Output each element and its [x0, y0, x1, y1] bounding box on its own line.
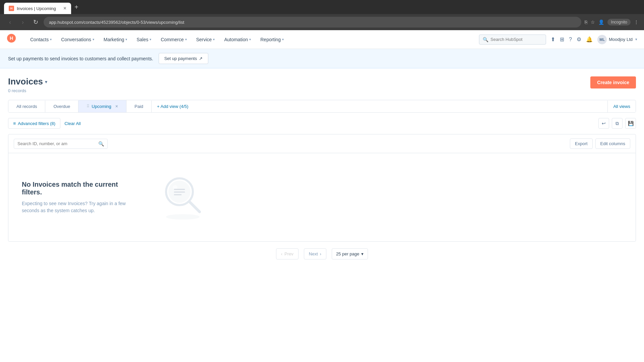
contacts-chevron: ▾ — [50, 38, 52, 41]
sales-chevron: ▾ — [150, 38, 151, 41]
next-chevron-icon: › — [320, 251, 321, 256]
refresh-btn[interactable]: ↻ — [31, 17, 40, 27]
export-btn[interactable]: Export — [570, 138, 593, 149]
empty-state-heading: No Invoices match the current filters. — [22, 181, 129, 196]
pagination: ‹ Prev Next › 25 per page ▾ — [8, 242, 636, 266]
profile-icon[interactable]: 👤 — [598, 19, 604, 25]
banner-text: Set up payments to send invoices to cust… — [8, 56, 153, 61]
per-page-selector[interactable]: 25 per page ▾ — [332, 248, 368, 259]
hs-logo: H — [7, 34, 16, 45]
empty-state-text: No Invoices match the current filters. E… — [22, 181, 136, 214]
nav-conversations[interactable]: Conversations ▾ — [57, 34, 98, 45]
advanced-filters-btn[interactable]: ≡ Advanced filters (8) — [8, 118, 60, 129]
payments-banner: Set up payments to send invoices to cust… — [0, 49, 644, 68]
empty-state-subtext: Expecting to see new Invoices? Try again… — [22, 200, 136, 214]
nav-automation[interactable]: Automation ▾ — [220, 34, 255, 45]
prev-chevron-icon: ‹ — [281, 251, 282, 256]
filter-actions-right: ↩ ⧉ 💾 — [598, 118, 636, 129]
tab-close-btn[interactable]: × — [63, 6, 66, 11]
title-chevron[interactable]: ▾ — [45, 79, 47, 84]
setup-payments-btn[interactable]: Set up payments ↗ — [159, 53, 209, 64]
browser-chrome: H Invoices | Upcoming × + — [0, 0, 644, 14]
create-invoice-btn[interactable]: Create invoice — [590, 76, 636, 88]
browser-tabs: H Invoices | Upcoming × + — [4, 0, 81, 14]
conversations-chevron: ▾ — [93, 38, 94, 41]
tab-overdue[interactable]: Overdue — [45, 101, 78, 112]
per-page-chevron: ▾ — [361, 251, 364, 256]
empty-state: No Invoices match the current filters. E… — [8, 153, 636, 241]
service-chevron: ▾ — [213, 38, 215, 41]
settings-icon[interactable]: ⚙ — [577, 36, 581, 43]
empty-state-illustration — [156, 173, 210, 221]
active-tab: H Invoices | Upcoming × — [4, 3, 71, 14]
save-btn[interactable]: 💾 — [625, 118, 636, 129]
address-bar[interactable] — [44, 17, 581, 27]
edit-columns-btn[interactable]: Edit columns — [595, 138, 630, 149]
search-icon: 🔍 — [483, 37, 488, 42]
browser-nav: ‹ › ↻ ⎘ ☆ 👤 Incognito ⋮ — [0, 14, 644, 30]
tab-title: Invoices | Upcoming — [17, 6, 56, 11]
avatar-chevron: ▾ — [635, 37, 637, 42]
forward-btn[interactable]: › — [18, 17, 28, 27]
global-search[interactable]: 🔍 — [479, 35, 546, 45]
undo-btn[interactable]: ↩ — [598, 118, 609, 129]
browser-nav-right: ⎘ ☆ 👤 Incognito ⋮ — [585, 19, 639, 25]
marketing-chevron: ▾ — [125, 38, 127, 41]
hs-nav: Contacts ▾ Conversations ▾ Marketing ▾ S… — [26, 34, 472, 45]
table-search[interactable]: 🔍 — [14, 139, 108, 149]
table-search-input[interactable] — [17, 141, 96, 146]
tab-upcoming[interactable]: ⠿ Upcoming × — [78, 100, 126, 112]
main-content: Invoices ▾ 0 records Create invoice All … — [0, 68, 644, 274]
back-btn[interactable]: ‹ — [5, 17, 15, 27]
table-search-icon: 🔍 — [98, 141, 104, 146]
nav-commerce[interactable]: Commerce ▾ — [157, 34, 191, 45]
commerce-chevron: ▾ — [185, 38, 187, 41]
svg-text:H: H — [10, 36, 13, 41]
hs-header: H Contacts ▾ Conversations ▾ Marketing ▾… — [0, 30, 644, 49]
add-view-btn[interactable]: + Add view (4/5) — [152, 101, 194, 112]
all-views-btn[interactable]: All views — [607, 101, 636, 112]
view-tabs: All records Overdue ⠿ Upcoming × Paid + … — [8, 100, 636, 113]
table-actions: Export Edit columns — [570, 138, 630, 149]
svg-point-6 — [166, 214, 200, 220]
bookmark-icon[interactable]: ☆ — [591, 19, 595, 25]
clear-all-btn[interactable]: Clear All — [64, 121, 80, 126]
nav-marketing[interactable]: Marketing ▾ — [100, 34, 131, 45]
svg-line-4 — [190, 202, 200, 212]
tab-upcoming-close[interactable]: × — [115, 104, 118, 109]
nav-contacts[interactable]: Contacts ▾ — [26, 34, 56, 45]
user-avatar[interactable]: ML Moodjoy Ltd ▾ — [597, 35, 637, 44]
avatar-circle: ML — [597, 35, 607, 44]
help-icon[interactable]: ? — [569, 37, 572, 43]
search-input[interactable] — [490, 37, 542, 42]
records-count: 0 records — [8, 88, 47, 93]
nav-reporting[interactable]: Reporting ▾ — [256, 34, 288, 45]
automation-chevron: ▾ — [249, 38, 251, 41]
tab-paid[interactable]: Paid — [126, 101, 152, 112]
drag-handle-icon: ⠿ — [87, 104, 90, 109]
menu-icon[interactable]: ⋮ — [634, 19, 639, 25]
filter-bar: ≡ Advanced filters (8) Clear All ↩ ⧉ 💾 — [8, 118, 636, 129]
tab-all-records[interactable]: All records — [8, 101, 45, 112]
reporting-chevron: ▾ — [282, 38, 284, 41]
prev-btn[interactable]: ‹ Prev — [276, 248, 299, 259]
new-tab-btn[interactable]: + — [72, 3, 81, 11]
copy-btn[interactable]: ⧉ — [612, 118, 623, 129]
next-btn[interactable]: Next › — [304, 248, 326, 259]
table-search-row: 🔍 Export Edit columns — [8, 134, 636, 153]
page-header: Invoices ▾ 0 records Create invoice — [8, 76, 636, 93]
table-container: 🔍 Export Edit columns No Invoices match … — [8, 134, 636, 242]
cast-icon[interactable]: ⎘ — [585, 19, 587, 25]
tab-favicon: H — [9, 6, 14, 11]
nav-service[interactable]: Service ▾ — [192, 34, 219, 45]
marketplace-icon[interactable]: ⊞ — [560, 36, 564, 43]
notifications-icon[interactable]: 🔔 — [586, 36, 593, 43]
page-title: Invoices ▾ — [8, 76, 47, 87]
filter-icon: ≡ — [13, 121, 16, 126]
external-link-icon: ↗ — [199, 56, 203, 61]
incognito-badge: Incognito — [607, 19, 631, 25]
header-right: 🔍 ⬆ ⊞ ? ⚙ 🔔 ML Moodjoy Ltd ▾ — [479, 35, 637, 45]
nav-sales[interactable]: Sales ▾ — [132, 34, 155, 45]
invoices-title: Invoices — [8, 76, 43, 87]
upgrade-icon[interactable]: ⬆ — [551, 36, 555, 43]
